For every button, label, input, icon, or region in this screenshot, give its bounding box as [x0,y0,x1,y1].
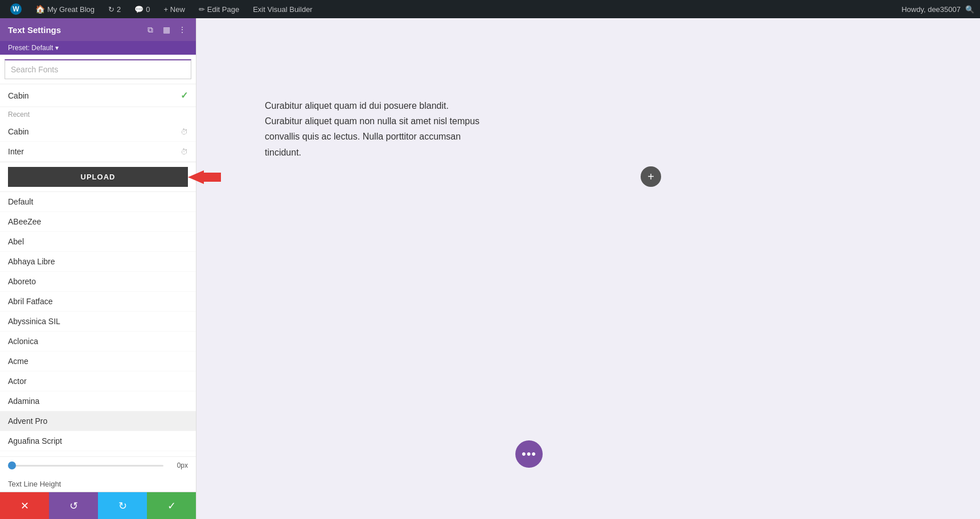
recent-font-inter-name: Inter [8,147,24,156]
font-name-adamina: Adamina [8,397,39,406]
layout-icon[interactable]: ▦ [161,24,172,35]
recent-fonts-list: Cabin ⏱ Inter ⏱ [0,122,196,162]
comments-count: 0 [146,5,150,14]
preset-label: Preset: Default [8,44,53,52]
line-height-label: Text Line Height [0,476,196,492]
more-options-icon[interactable]: ⋮ [177,24,188,35]
edit-page-label: Edit Page [207,5,239,14]
wp-logo-icon: W [10,3,22,15]
comments-btn[interactable]: 💬 0 [130,0,154,18]
new-btn[interactable]: + New [159,0,190,18]
add-content-button[interactable]: + [641,166,661,187]
selected-font-row[interactable]: Cabin ✓ [0,84,196,107]
font-name-abhaya-libre: Abhaya Libre [8,257,55,266]
redo-button[interactable]: ↻ [98,492,147,519]
content-paragraph: Curabitur aliquet quam id dui posuere bl… [265,98,481,160]
font-item-abhaya-libre[interactable]: Abhaya Libre [0,252,196,272]
more-options-button[interactable]: ••• [515,440,543,468]
preset-row[interactable]: Preset: Default ▾ [0,41,196,55]
copy-icon[interactable]: ⧉ [145,24,156,35]
site-name-btn[interactable]: 🏠 My Great Blog [31,0,99,18]
font-item-adamina[interactable]: Adamina [0,391,196,411]
new-label: + New [164,5,185,14]
font-item-aboreto[interactable]: Aboreto [0,272,196,292]
font-item-akaya-kanadaka[interactable]: Akaya Kanadaka [0,451,196,456]
font-name-abyssinica-sil: Abyssinica SIL [8,317,60,326]
cancel-button[interactable]: ✕ [0,492,49,519]
font-name-aboreto: Aboreto [8,277,36,286]
edit-page-btn[interactable]: ✏ Edit Page [194,0,244,18]
search-input[interactable] [5,59,191,79]
font-name-acme: Acme [8,357,28,366]
exit-builder-label: Exit Visual Builder [253,5,313,14]
bottom-controls: 0px [0,456,196,476]
content-area: Curabitur aliquet quam id dui posuere bl… [196,18,980,519]
plus-icon: + [647,170,654,183]
recent-section-label: Recent [0,107,196,122]
search-icon[interactable]: 🔍 [965,5,974,14]
site-icon: 🏠 [35,5,45,14]
font-name-aclonica: Aclonica [8,337,38,346]
wp-logo-btn[interactable]: W [6,0,26,18]
recent-font-inter[interactable]: Inter ⏱ [0,142,196,162]
confirm-button[interactable]: ✓ [147,492,196,519]
slider-row: 0px [8,461,188,469]
reset-button[interactable]: ↺ [49,492,98,519]
font-name-default: Default [8,197,33,206]
revisions-icon: ↻ [108,5,114,14]
font-item-advent-pro[interactable]: Advent Pro [0,411,196,431]
font-list: Default ABeeZee Abel Abhaya Libre Aboret… [0,192,196,456]
selected-checkmark-icon: ✓ [181,90,188,101]
dots-icon: ••• [522,447,536,461]
font-item-aclonica[interactable]: Aclonica [0,332,196,352]
font-item-abeezee[interactable]: ABeeZee [0,212,196,232]
font-name-abel: Abel [8,237,24,246]
font-name-advent-pro: Advent Pro [8,416,47,426]
font-size-slider[interactable] [8,465,163,467]
font-item-abyssinica-sil[interactable]: Abyssinica SIL [0,312,196,332]
font-item-abel[interactable]: Abel [0,232,196,252]
pencil-icon: ✏ [199,5,205,14]
content-text: Curabitur aliquet quam id dui posuere bl… [265,98,481,160]
left-panel: Text Settings ⧉ ▦ ⋮ Preset: Default ▾ Ca… [0,18,196,519]
font-item-actor[interactable]: Actor [0,371,196,391]
revisions-count: 2 [117,5,121,14]
recent-clock-icon-2: ⏱ [181,148,188,156]
howdy-text: Howdy, dee35007 [901,5,961,14]
font-item-aguafina-script[interactable]: Aguafina Script [0,431,196,451]
font-name-abril-fatface: Abril Fatface [8,297,53,306]
upload-area: UPLOAD [0,162,196,192]
font-item-default[interactable]: Default [0,192,196,212]
revisions-btn[interactable]: ↻ 2 [104,0,125,18]
exit-builder-btn[interactable]: Exit Visual Builder [248,0,317,18]
font-item-acme[interactable]: Acme [0,352,196,371]
search-area [0,55,196,84]
recent-clock-icon-1: ⏱ [181,128,188,136]
site-name-label: My Great Blog [47,5,95,14]
recent-font-cabin-name: Cabin [8,127,29,136]
comments-icon: 💬 [134,5,143,14]
main-layout: Text Settings ⧉ ▦ ⋮ Preset: Default ▾ Ca… [0,0,980,519]
font-name-aguafina-script: Aguafina Script [8,436,62,446]
panel-header: Text Settings ⧉ ▦ ⋮ [0,18,196,41]
bottom-action-bar: ✕ ↺ ↻ ✓ [0,492,196,519]
panel-title: Text Settings [8,25,61,35]
recent-font-cabin[interactable]: Cabin ⏱ [0,122,196,142]
font-item-abril-fatface[interactable]: Abril Fatface [0,292,196,312]
preset-arrow-icon: ▾ [55,44,59,52]
upload-button[interactable]: UPLOAD [8,167,188,187]
admin-bar: W 🏠 My Great Blog ↻ 2 💬 0 + New ✏ Edit P… [0,0,980,18]
search-wrap [5,59,191,79]
font-name-actor: Actor [8,377,27,386]
panel-header-icons: ⧉ ▦ ⋮ [145,24,188,35]
font-name-abeezee: ABeeZee [8,217,41,226]
selected-font-name: Cabin [8,91,29,100]
admin-bar-right: Howdy, dee35007 🔍 [901,5,974,14]
slider-value: 0px [168,461,188,469]
